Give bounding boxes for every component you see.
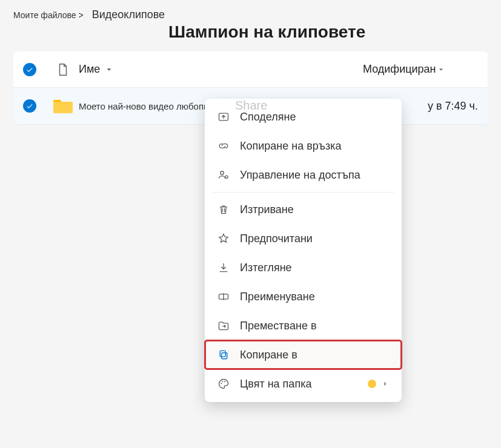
menu-download-label: Изтегляне — [240, 262, 292, 274]
select-all-checkbox[interactable] — [23, 63, 36, 76]
column-header-row: Име Модифициран — [13, 51, 488, 88]
menu-share-label: Споделяне — [240, 111, 296, 124]
menu-favorite[interactable]: Предпочитани — [205, 224, 402, 253]
menu-folder-color[interactable]: Цвят на папка — [205, 369, 402, 398]
page-title: Шампион на клиповете — [168, 22, 501, 42]
share-icon — [217, 110, 230, 124]
link-icon — [217, 139, 230, 153]
file-name: Моето най-ново видео любопитно — [79, 101, 223, 111]
folder-icon — [53, 97, 73, 114]
color-swatch-yellow — [368, 380, 376, 388]
menu-copy-to[interactable]: Копиране в — [205, 340, 402, 369]
menu-copy-link-label: Копиране на връзка — [240, 140, 342, 153]
menu-move-to[interactable]: Преместване в — [205, 311, 402, 340]
download-icon — [217, 261, 230, 274]
chevron-right-icon — [381, 380, 390, 388]
svg-point-8 — [224, 381, 225, 383]
menu-share[interactable]: Share Споделяне — [205, 102, 402, 131]
svg-point-6 — [221, 383, 222, 384]
palette-icon — [217, 377, 230, 390]
svg-rect-4 — [222, 353, 227, 359]
menu-separator — [212, 192, 394, 193]
context-menu: Share Споделяне Копиране на връзка Управ… — [205, 99, 402, 402]
check-icon — [26, 102, 33, 110]
menu-favorite-label: Предпочитани — [240, 232, 313, 245]
chevron-down-icon — [437, 66, 445, 73]
rename-icon — [217, 290, 230, 303]
svg-rect-5 — [220, 351, 225, 357]
modified-column-header[interactable]: Модифициран — [363, 63, 478, 76]
trash-icon — [217, 203, 230, 216]
breadcrumb: Моите файлове > Видеоклипове — [0, 0, 501, 21]
svg-point-1 — [221, 171, 224, 174]
menu-delete[interactable]: Изтриване — [205, 195, 402, 224]
breadcrumb-current[interactable]: Видеоклипове — [92, 8, 165, 21]
menu-download[interactable]: Изтегляне — [205, 253, 402, 282]
menu-rename-label: Преименуване — [240, 291, 315, 303]
menu-delete-label: Изтриване — [240, 203, 294, 216]
modified-column-label: Модифициран — [363, 63, 436, 76]
menu-copy-to-label: Копиране в — [240, 349, 297, 361]
people-gear-icon — [217, 168, 230, 182]
menu-copy-link[interactable]: Копиране на връзка — [205, 131, 402, 160]
name-column-label: Име — [79, 63, 100, 76]
svg-point-7 — [222, 381, 223, 382]
file-type-icon — [56, 63, 70, 76]
row-checkbox[interactable] — [23, 99, 36, 113]
menu-move-to-label: Преместване в — [240, 320, 316, 332]
copy-icon — [217, 348, 230, 361]
menu-manage-access-label: Управление на достъпа — [240, 169, 360, 182]
name-column-header[interactable]: Име — [79, 63, 363, 76]
check-icon — [26, 66, 33, 73]
chevron-down-icon — [105, 65, 113, 74]
breadcrumb-root[interactable]: Моите файлове > — [13, 10, 84, 20]
menu-rename[interactable]: Преименуване — [205, 282, 402, 311]
star-icon — [217, 232, 230, 245]
menu-manage-access[interactable]: Управление на достъпа — [205, 160, 402, 189]
folder-arrow-icon — [217, 319, 230, 332]
menu-folder-color-label: Цвят на папка — [240, 378, 311, 390]
svg-point-2 — [225, 176, 228, 178]
